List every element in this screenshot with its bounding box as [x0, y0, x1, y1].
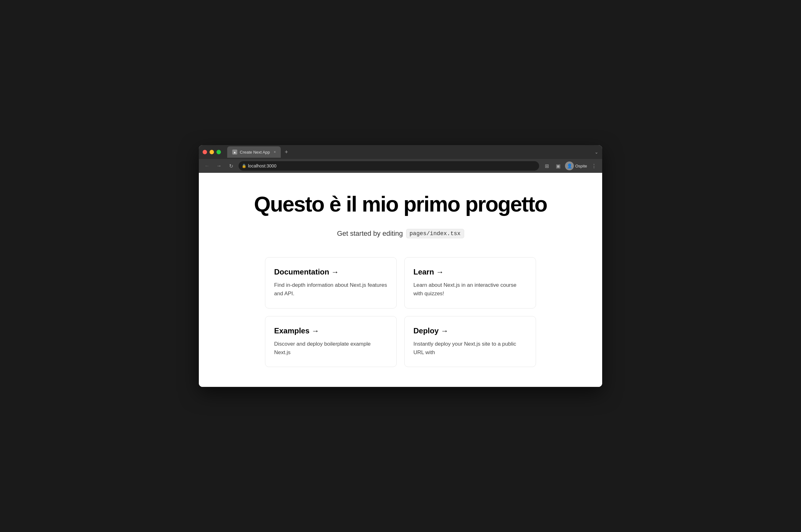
documentation-card[interactable]: Documentation → Find in-depth informatio… [265, 257, 397, 308]
tab-title: Create Next App [240, 150, 270, 155]
deploy-card-desc: Instantly deploy your Next.js site to a … [414, 340, 527, 357]
tab-close-icon[interactable]: × [274, 150, 276, 154]
subtitle: Get started by editing pages/index.tsx [337, 229, 464, 238]
documentation-card-desc: Find in-depth information about Next.js … [274, 281, 387, 298]
learn-card-desc: Learn about Next.js in an interactive co… [414, 281, 527, 298]
lock-icon: 🔒 [242, 164, 247, 168]
webpage-content: Questo è il mio primo progetto Get start… [199, 173, 602, 387]
profile-area[interactable]: 👤 Ospite [565, 162, 587, 170]
maximize-button[interactable] [217, 150, 221, 154]
deploy-card-title: Deploy → [414, 326, 527, 335]
forward-button[interactable]: → [215, 162, 223, 170]
sidebar-icon[interactable]: ▣ [554, 162, 562, 170]
close-button[interactable] [203, 150, 207, 154]
documentation-card-title: Documentation → [274, 268, 387, 277]
subtitle-text: Get started by editing [337, 229, 403, 238]
title-bar: ▲ Create Next App × + ⌄ [199, 145, 602, 159]
tab-bar: ▲ Create Next App × + ⌄ [227, 146, 598, 158]
profile-name: Ospite [575, 164, 587, 168]
tab-dropdown-icon[interactable]: ⌄ [595, 150, 598, 155]
minimize-button[interactable] [210, 150, 214, 154]
active-tab[interactable]: ▲ Create Next App × [227, 146, 281, 158]
examples-card-desc: Discover and deploy boilerplate example … [274, 340, 387, 357]
reload-button[interactable]: ↻ [226, 162, 235, 170]
more-icon[interactable]: ⋮ [589, 162, 598, 170]
address-input[interactable]: localhost:3000 [239, 161, 539, 171]
page-heading: Questo è il mio primo progetto [254, 192, 547, 216]
address-bar: ← → ↻ 🔒 localhost:3000 ⊞ ▣ 👤 Ospite ⋮ [199, 159, 602, 173]
tab-favicon: ▲ [232, 150, 237, 155]
back-button[interactable]: ← [203, 162, 212, 170]
examples-card[interactable]: Examples → Discover and deploy boilerpla… [265, 316, 397, 367]
code-snippet: pages/index.tsx [406, 229, 464, 238]
browser-window: ▲ Create Next App × + ⌄ ← → ↻ 🔒 localhos… [199, 145, 602, 387]
learn-card[interactable]: Learn → Learn about Next.js in an intera… [404, 257, 536, 308]
toolbar-right: ⊞ ▣ 👤 Ospite ⋮ [542, 162, 598, 170]
deploy-card[interactable]: Deploy → Instantly deploy your Next.js s… [404, 316, 536, 367]
traffic-lights [203, 150, 221, 154]
new-tab-button[interactable]: + [282, 149, 291, 155]
avatar: 👤 [565, 162, 574, 170]
address-container: 🔒 localhost:3000 [239, 161, 539, 171]
cards-grid: Documentation → Find in-depth informatio… [265, 257, 536, 367]
learn-card-title: Learn → [414, 268, 527, 277]
translate-icon[interactable]: ⊞ [542, 162, 551, 170]
examples-card-title: Examples → [274, 326, 387, 335]
